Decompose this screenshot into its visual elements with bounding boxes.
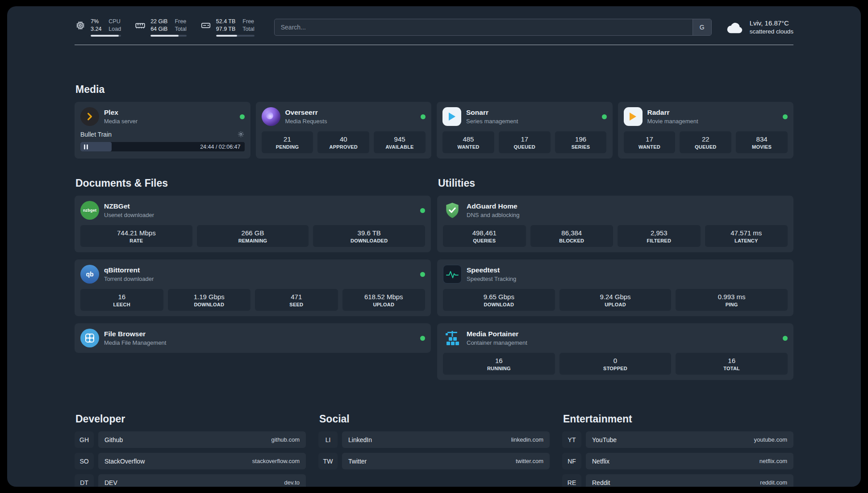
speedtest-card[interactable]: Speedtest Speedtest Tracking 9.65 Gbps D…: [437, 259, 793, 316]
weather-widget: Lviv, 16.87°C scattered clouds: [726, 19, 793, 36]
bookmark-name: YouTube: [592, 436, 617, 443]
ram-label-bottom: Total: [175, 25, 186, 33]
track-title: Bullet Train: [80, 131, 112, 138]
stat-value: 22: [702, 135, 709, 143]
stat-pending: 21 PENDING: [262, 131, 313, 153]
dev-icon: DT: [75, 474, 94, 487]
bookmark-name: Github: [104, 436, 123, 443]
bookmark-url: twitter.com: [516, 458, 543, 464]
stat-value: 1.19 Gbps: [194, 293, 225, 301]
bookmark-github: GH Github github.com: [75, 431, 306, 448]
bookmark-linkedin: LI LinkedIn linkedin.com: [318, 431, 550, 448]
bookmark-link-youtube[interactable]: YouTube youtube.com: [586, 431, 793, 448]
app-name: Radarr: [647, 109, 698, 117]
gear-icon[interactable]: [237, 130, 245, 138]
pause-icon[interactable]: [84, 144, 88, 149]
app-name: AdGuard Home: [467, 202, 520, 210]
status-dot: [420, 272, 425, 277]
nzbget-icon: nzbget: [80, 201, 99, 220]
stat-label: MOVIES: [752, 144, 772, 150]
app-name: Sonarr: [466, 109, 518, 117]
cpu-widget: 7% 3.24 CPU Load: [75, 18, 121, 37]
bookmark-link-linkedin[interactable]: LinkedIn linkedin.com: [342, 431, 550, 448]
section-title-entertainment: Entertainment: [563, 413, 793, 425]
cpu-usage: 7%: [91, 18, 101, 25]
app-subtitle: Torrent downloader: [104, 276, 154, 282]
app-name: qBittorrent: [104, 266, 154, 274]
stat-leech: 16 LEECH: [80, 289, 163, 311]
bookmark-link-reddit[interactable]: Reddit reddit.com: [586, 474, 793, 487]
stat-value: 498,461: [472, 229, 497, 237]
bookmark-group-entertainment: Entertainment YT YouTube youtube.com NF …: [562, 413, 793, 487]
stat-stopped: 0 STOPPED: [559, 353, 672, 375]
app-subtitle: Speedtest Tracking: [467, 276, 516, 282]
disk-progress-fill: [216, 35, 237, 37]
qbittorrent-icon: qb: [80, 265, 99, 284]
bookmark-reddit: RE Reddit reddit.com: [562, 474, 793, 487]
filebrowser-card[interactable]: File Browser Media File Management: [75, 323, 431, 353]
stat-queries: 498,461 QUERIES: [443, 225, 526, 247]
status-dot: [240, 114, 245, 119]
stat-value: 39.6 TB: [358, 229, 381, 237]
bookmark-link-netflix[interactable]: Netflix netflix.com: [586, 453, 793, 469]
stat-seed: 471 SEED: [255, 289, 338, 311]
nzbget-card[interactable]: nzbget NZBGet Usenet downloader 744.21 M…: [75, 196, 431, 252]
bookmark-url: stackoverflow.com: [252, 458, 300, 464]
bookmark-link-dev[interactable]: DEV dev.to: [98, 474, 306, 487]
bookmark-link-stackoverflow[interactable]: StackOverflow stackoverflow.com: [98, 453, 306, 469]
sonarr-card[interactable]: Sonarr Series management 485 WANTED 17 Q…: [437, 102, 613, 159]
search-bar[interactable]: G: [274, 19, 712, 36]
twitter-icon: TW: [318, 453, 338, 469]
radarr-card[interactable]: Radarr Movie management 17 WANTED 22 QUE…: [618, 102, 794, 159]
ram-free: 22 GiB: [150, 18, 167, 25]
cpu-label-bottom: Load: [108, 25, 121, 33]
stackoverflow-icon: SO: [75, 453, 94, 469]
bookmark-youtube: YT YouTube youtube.com: [562, 431, 793, 448]
stat-value: 86,384: [561, 229, 582, 237]
stat-queued: 17 QUEUED: [499, 131, 551, 153]
stat-rate: 744.21 Mbps RATE: [80, 225, 192, 247]
section-title-developer: Developer: [75, 413, 306, 425]
cpu-icon: [75, 20, 86, 31]
portainer-card[interactable]: Media Portainer Container management 16 …: [437, 323, 793, 380]
stat-value: 47.571 ms: [730, 229, 762, 237]
overseerr-card[interactable]: Overseerr Media Requests 21 PENDING 40 A…: [256, 102, 432, 159]
stat-download: 9.65 Gbps DOWNLOAD: [443, 289, 555, 311]
stat-wanted: 17 WANTED: [624, 131, 676, 153]
stat-value: 16: [118, 293, 125, 301]
disk-label-top: Free: [242, 18, 254, 25]
stat-value: 40: [340, 135, 347, 143]
bookmark-url: linkedin.com: [511, 436, 543, 443]
plex-card[interactable]: Plex Media server Bullet Train: [75, 102, 250, 159]
stat-queued: 22 QUEUED: [680, 131, 731, 153]
bookmark-name: LinkedIn: [348, 436, 372, 443]
stat-value: 21: [284, 135, 291, 143]
stat-label: TOTAL: [723, 366, 740, 371]
bookmark-link-twitter[interactable]: Twitter twitter.com: [342, 453, 550, 469]
stat-label: REMAINING: [238, 238, 267, 243]
stat-label: QUERIES: [473, 238, 496, 243]
stat-value: 834: [756, 135, 768, 143]
stat-movies: 834 MOVIES: [736, 131, 788, 153]
app-subtitle: Series management: [466, 118, 518, 125]
stat-label: QUEUED: [695, 144, 716, 150]
adguard-card[interactable]: AdGuard Home DNS and adblocking 498,461 …: [437, 196, 793, 252]
speedtest-icon: [443, 265, 462, 284]
stat-label: QUEUED: [514, 144, 535, 150]
ram-progress-fill: [150, 35, 179, 37]
playback-progress-bar[interactable]: 24:44 / 02:06:47: [80, 142, 245, 151]
topbar: 7% 3.24 CPU Load 22 GiB: [75, 18, 793, 37]
qbittorrent-card[interactable]: qb qBittorrent Torrent downloader 16 LEE…: [75, 259, 431, 316]
disk-icon: [200, 20, 212, 31]
portainer-icon: [443, 329, 462, 347]
stat-label: PENDING: [276, 144, 299, 150]
ram-progress-bar: [150, 35, 187, 37]
stat-value: 9.24 Gbps: [600, 293, 630, 301]
stat-label: LATENCY: [734, 238, 758, 243]
search-engine-button[interactable]: G: [693, 19, 711, 35]
stat-label: AVAILABLE: [386, 144, 414, 150]
status-dot: [783, 336, 788, 341]
bookmark-link-github[interactable]: Github github.com: [98, 431, 306, 448]
search-input[interactable]: [275, 19, 693, 35]
bookmark-stackoverflow: SO StackOverflow stackoverflow.com: [75, 453, 306, 469]
